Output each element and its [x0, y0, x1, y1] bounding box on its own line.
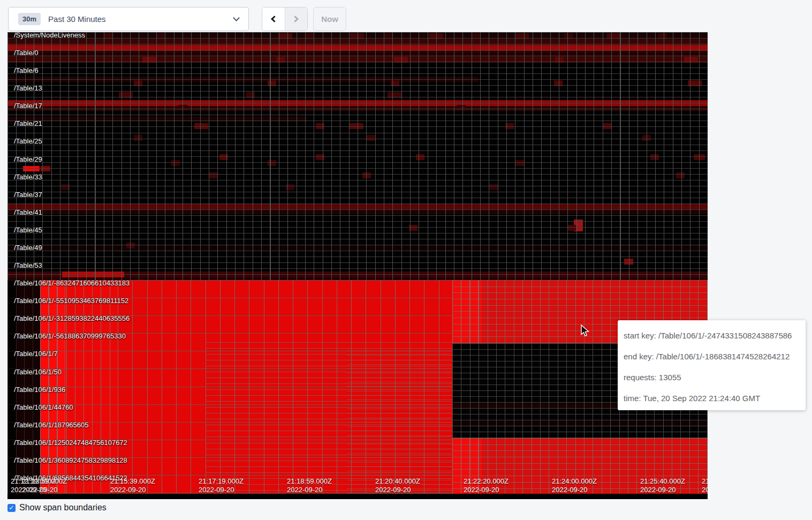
- pan-button-group: [262, 7, 308, 31]
- heatmap-grid: [452, 280, 482, 343]
- now-button[interactable]: Now: [313, 7, 346, 31]
- tooltip-time: time: Tue, 20 Sep 2022 21:24:40 GMT: [624, 394, 800, 403]
- time-window-label: Past 30 Minutes: [48, 14, 106, 24]
- chevron-down-icon: [233, 14, 240, 21]
- pan-forward-button[interactable]: [285, 7, 308, 31]
- time-window-badge: 30m: [18, 13, 41, 25]
- toolbar: 30m Past 30 Minutes Now: [0, 0, 812, 31]
- heatmap-grid: [452, 438, 708, 494]
- show-span-boundaries-label: Show span boundaries: [19, 503, 107, 513]
- tooltip-requests: requests: 13055: [624, 373, 800, 382]
- chevron-left-icon: [271, 16, 278, 22]
- time-window-select[interactable]: 30m Past 30 Minutes: [8, 7, 249, 31]
- footer: ✓ Show span boundaries: [7, 503, 107, 513]
- heatmap-grid: [347, 351, 452, 494]
- heatmap-grid: [7, 32, 708, 280]
- tooltip-start-key: start key: /Table/106/1/-247433150824388…: [624, 331, 800, 340]
- heatmap-grid: [7, 280, 40, 494]
- key-visualizer-canvas[interactable]: /System/NodeLiveness/Table/0/Table/6/Tab…: [7, 32, 708, 499]
- checkmark-icon: ✓: [9, 504, 14, 511]
- heatmap-region: [7, 494, 708, 499]
- heatmap-grid: [452, 438, 482, 494]
- show-span-boundaries-checkbox[interactable]: ✓: [7, 504, 16, 512]
- pan-back-button[interactable]: [262, 7, 285, 31]
- chevron-right-icon: [292, 16, 299, 22]
- tooltip-end-key: end key: /Table/106/1/-18683814745282642…: [624, 352, 800, 361]
- hover-tooltip: start key: /Table/106/1/-247433150824388…: [618, 320, 806, 410]
